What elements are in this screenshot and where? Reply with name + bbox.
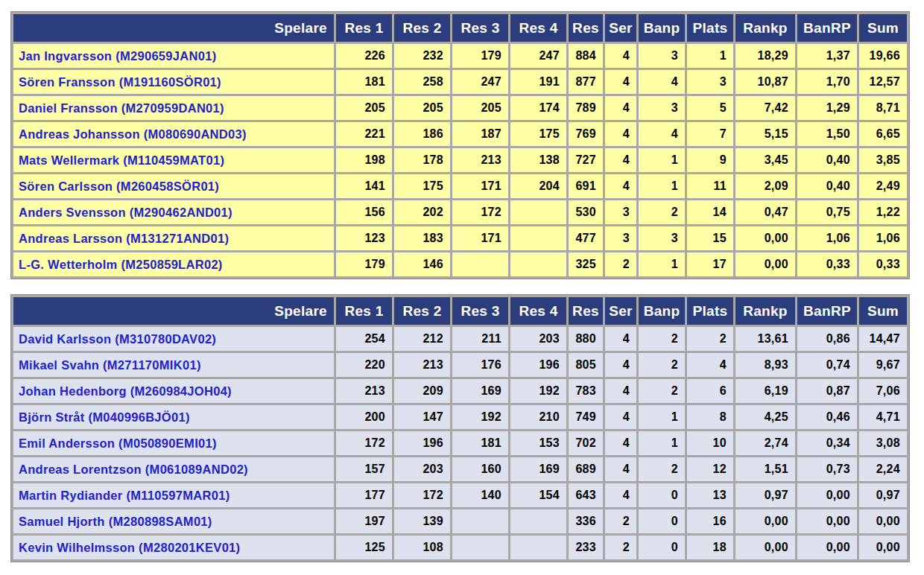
res-cell: 689 xyxy=(569,457,603,481)
player-name-cell: David Karlsson (M310780DAV02) xyxy=(13,327,334,351)
column-header-banp: Banp xyxy=(639,297,685,325)
res-cell: 530 xyxy=(569,200,603,224)
table-header: SpelareRes 1Res 2Res 3Res 4ResSerBanpPla… xyxy=(13,14,907,42)
res2-cell: 203 xyxy=(394,457,450,481)
column-header-plats: Plats xyxy=(687,14,733,42)
banrp-cell: 0,86 xyxy=(797,327,857,351)
banp-cell: 2 xyxy=(639,353,685,377)
banrp-cell: 0,40 xyxy=(797,148,857,172)
res4-cell: 174 xyxy=(510,96,566,120)
player-name-cell: Sören Fransson (M191160SÖR01) xyxy=(13,70,334,94)
ser-cell: 3 xyxy=(605,226,636,250)
rankp-cell: 2,09 xyxy=(735,174,795,198)
res4-cell: 210 xyxy=(510,405,566,429)
player-name-cell: Jan Ingvarsson (M290659JAN01) xyxy=(13,44,334,68)
rankp-cell: 10,87 xyxy=(735,70,795,94)
res1-cell: 220 xyxy=(336,353,392,377)
res1-cell: 221 xyxy=(336,122,392,146)
column-header-res2: Res 2 xyxy=(394,297,450,325)
column-header-sum: Sum xyxy=(859,297,907,325)
player-name-cell: Andreas Lorentzson (M061089AND02) xyxy=(13,457,334,481)
column-header-rankp: Rankp xyxy=(735,14,795,42)
res1-cell: 125 xyxy=(336,536,392,559)
player-name-cell: Björn Stråt (M040996BJÖ01) xyxy=(13,405,334,429)
player-name-cell: L-G. Wetterholm (M250859LAR02) xyxy=(13,252,334,276)
plats-cell: 1 xyxy=(687,44,733,68)
sum-cell: 0,00 xyxy=(859,536,907,559)
sum-cell: 1,06 xyxy=(859,226,907,250)
rankp-cell: 5,15 xyxy=(735,122,795,146)
banp-cell: 1 xyxy=(639,405,685,429)
res2-cell: 258 xyxy=(394,70,450,94)
res-cell: 877 xyxy=(569,70,603,94)
banrp-cell: 0,34 xyxy=(797,431,857,455)
res3-cell: 160 xyxy=(452,457,508,481)
res1-cell: 181 xyxy=(336,70,392,94)
sum-cell: 12,57 xyxy=(859,70,907,94)
res1-cell: 172 xyxy=(336,431,392,455)
sum-cell: 14,47 xyxy=(859,327,907,351)
res3-cell xyxy=(452,509,508,533)
res4-cell xyxy=(510,226,566,250)
sum-cell: 9,67 xyxy=(859,353,907,377)
ser-cell: 4 xyxy=(605,353,636,377)
ser-cell: 2 xyxy=(605,536,636,559)
res3-cell: 211 xyxy=(452,327,508,351)
banp-cell: 1 xyxy=(639,174,685,198)
rankp-cell: 3,45 xyxy=(735,148,795,172)
column-header-plats: Plats xyxy=(687,297,733,325)
banp-cell: 1 xyxy=(639,431,685,455)
table-row: Anders Svensson (M290462AND01)1562021725… xyxy=(13,200,907,224)
rankp-cell: 18,29 xyxy=(735,44,795,68)
sum-cell: 0,00 xyxy=(859,509,907,533)
player-name-cell: Andreas Johansson (M080690AND03) xyxy=(13,122,334,146)
ser-cell: 4 xyxy=(605,122,636,146)
res2-cell: 183 xyxy=(394,226,450,250)
player-name-cell: Kevin Wilhelmsson (M280201KEV01) xyxy=(13,536,334,559)
res4-cell: 175 xyxy=(510,122,566,146)
table-row: Martin Rydiander (M110597MAR01)177172140… xyxy=(13,483,907,507)
res3-cell: 213 xyxy=(452,148,508,172)
res1-cell: 177 xyxy=(336,483,392,507)
sum-cell: 0,33 xyxy=(859,252,907,276)
column-header-res1: Res 1 xyxy=(336,297,392,325)
banp-cell: 2 xyxy=(639,327,685,351)
table-row: Emil Andersson (M050890EMI01)17219618115… xyxy=(13,431,907,455)
rankp-cell: 0,97 xyxy=(735,483,795,507)
rankp-cell: 0,00 xyxy=(735,252,795,276)
res-cell: 643 xyxy=(569,483,603,507)
sum-cell: 8,71 xyxy=(859,96,907,120)
res4-cell xyxy=(510,509,566,533)
res2-cell: 212 xyxy=(394,327,450,351)
column-header-res2: Res 2 xyxy=(394,14,450,42)
res4-cell: 153 xyxy=(510,431,566,455)
res4-cell: 203 xyxy=(510,327,566,351)
res3-cell: 179 xyxy=(452,44,508,68)
res1-cell: 197 xyxy=(336,509,392,533)
results-page: SpelareRes 1Res 2Res 3Res 4ResSerBanpPla… xyxy=(0,0,914,562)
rankp-cell: 13,61 xyxy=(735,327,795,351)
table-header: SpelareRes 1Res 2Res 3Res 4ResSerBanpPla… xyxy=(13,297,907,325)
table-row: Andreas Larsson (M131271AND01)1231831714… xyxy=(13,226,907,250)
res2-cell: 172 xyxy=(394,483,450,507)
res2-cell: 108 xyxy=(394,536,450,559)
res1-cell: 157 xyxy=(336,457,392,481)
res1-cell: 179 xyxy=(336,252,392,276)
res-cell: 880 xyxy=(569,327,603,351)
table-row: Mikael Svahn (M271170MIK01)2202131761968… xyxy=(13,353,907,377)
plats-cell: 7 xyxy=(687,122,733,146)
table-row: David Karlsson (M310780DAV02)25421221120… xyxy=(13,327,907,351)
res-cell: 789 xyxy=(569,96,603,120)
rankp-cell: 8,93 xyxy=(735,353,795,377)
res-cell: 325 xyxy=(569,252,603,276)
res3-cell: 187 xyxy=(452,122,508,146)
res-cell: 233 xyxy=(569,536,603,559)
column-header-ser: Ser xyxy=(605,297,636,325)
res-cell: 884 xyxy=(569,44,603,68)
res1-cell: 198 xyxy=(336,148,392,172)
res4-cell xyxy=(510,252,566,276)
column-header-res3: Res 3 xyxy=(452,297,508,325)
sum-cell: 7,06 xyxy=(859,379,907,403)
table-row: Sören Fransson (M191160SÖR01)18125824719… xyxy=(13,70,907,94)
res4-cell xyxy=(510,536,566,559)
